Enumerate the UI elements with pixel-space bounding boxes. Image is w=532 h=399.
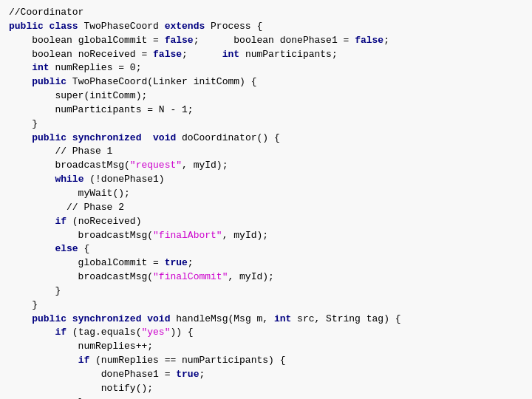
code-token: else [55,243,83,254]
code-line: if (numReplies == numParticipants) { [9,354,523,368]
code-token [9,174,55,185]
code-token: if [55,327,72,338]
code-token: // Phase 2 [9,202,124,213]
code-token: "yes" [141,327,170,338]
code-token: TwoPhaseCoord [83,21,164,32]
code-token: class [50,21,84,32]
code-token: int [274,313,297,324]
code-token: int [9,62,55,73]
code-token: (!donePhase1) [89,174,164,185]
code-token: "finalAbort" [153,230,222,241]
code-token: (tag.equals( [72,327,142,338]
code-line: globalCommit = true; [9,256,523,270]
code-token: doCoordinator() { [182,132,280,143]
code-line: } [9,117,523,132]
code-token: true [176,369,199,380]
code-token: = [147,35,164,46]
code-token: public synchronized void [32,313,176,324]
code-token: "finalCommit" [153,271,228,282]
code-line: } [9,299,523,313]
code-token: = [136,49,153,60]
code-token: { [83,243,89,254]
code-token [9,327,55,338]
code-token [9,243,55,254]
code-token: while [55,174,89,185]
code-token: false [355,35,383,46]
code-line: numParticipants = N - 1; [9,103,523,117]
code-line: boolean globalCommit = false; boolean do… [9,34,523,48]
code-token: noReceived [78,49,136,60]
code-token: extends [165,21,211,32]
code-line: public synchronized void doCoordinator()… [9,132,523,146]
code-token: ; [383,35,389,46]
code-line: donePhase1 = true; [9,368,523,382]
code-token: (numReplies == numParticipants) { [95,355,285,366]
code-token: if [78,355,95,366]
code-token: , myId); [182,160,228,171]
code-token: int [222,49,245,60]
code-token: } [9,285,61,296]
code-line: } [9,284,523,299]
code-token: false [153,49,182,60]
code-line: boolean noReceived = false; int numParti… [9,48,523,62]
code-token: handleMsg(Msg m, [176,313,274,324]
code-line: } [9,396,523,399]
code-token: false [165,35,194,46]
code-token [9,216,55,227]
code-line: numReplies++; [9,340,523,354]
code-line: int numReplies = 0; [9,61,523,75]
code-token: // Phase 1 [9,146,112,157]
code-token: public [9,21,50,32]
code-line: // Phase 1 [9,145,523,159]
code-token: ; [199,369,205,380]
code-line: super(initComm); [9,89,523,103]
code-token: boolean [9,35,78,46]
code-token: , myId); [228,271,273,282]
code-line: broadcastMsg("request", myId); [9,159,523,173]
code-token: )) { [170,327,193,338]
code-token: globalCommit [78,35,148,46]
code-token: ; [188,257,194,268]
code-token: ; boolean [194,35,280,46]
code-token: ; [182,49,222,60]
code-token: , myId); [222,230,268,241]
code-token: //Coordinator [9,7,83,18]
code-line: broadcastMsg("finalAbort", myId); [9,229,523,243]
code-token: numParticipants; [245,49,338,60]
code-token: notify(); [9,383,153,394]
code-token: public synchronized void [32,132,182,143]
code-token [9,132,32,143]
code-token: broadcastMsg( [9,230,153,241]
code-token: } [9,118,38,129]
code-token: } [9,299,38,310]
code-token: src, String tag) { [297,313,400,324]
code-token: numParticipants = N - 1; [9,104,194,115]
code-line: if (tag.equals("yes")) { [9,326,523,340]
code-line: else { [9,242,523,256]
code-token: = [338,35,355,46]
code-line: notify(); [9,382,523,396]
code-token: boolean [9,49,78,60]
code-line: myWait(); [9,187,523,201]
code-token [9,76,32,87]
code-token: true [165,257,188,268]
code-token: public [32,76,72,87]
code-token: globalCommit = [9,257,165,268]
code-token: numReplies = 0; [55,62,141,73]
code-line: if (noReceived) [9,215,523,229]
code-token: myWait(); [9,188,130,199]
code-line: public synchronized void handleMsg(Msg m… [9,313,523,327]
code-token: Process { [211,21,262,32]
code-token: donePhase1 = [9,369,176,380]
code-token [9,355,78,366]
code-token: broadcastMsg( [9,271,153,282]
code-editor: //Coordinatorpublic class TwoPhaseCoord … [0,0,532,399]
code-token: TwoPhaseCoord(Linker initComm) { [72,76,257,87]
code-token: numReplies++; [9,341,153,352]
code-token: super(initComm); [9,90,147,101]
code-token: broadcastMsg( [9,160,130,171]
code-line: //Coordinator [9,6,523,20]
code-line: public TwoPhaseCoord(Linker initComm) { [9,75,523,89]
code-token: } [9,397,83,399]
code-line: public class TwoPhaseCoord extends Proce… [9,20,523,34]
